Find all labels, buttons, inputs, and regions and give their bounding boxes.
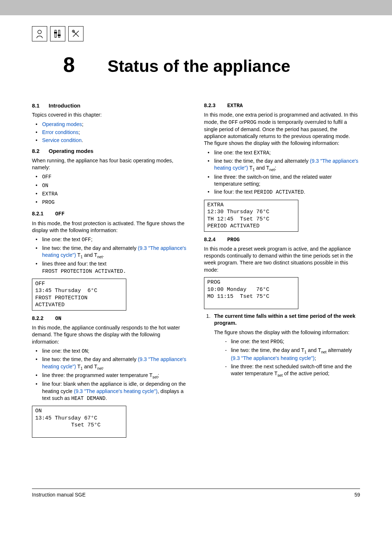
link-operating-modes[interactable]: Operating modes;: [32, 121, 188, 128]
off-bullets: line one: the text OFF; line two: the ti…: [32, 236, 188, 275]
mode-off: OFF: [32, 173, 188, 181]
mode-prog: PROG: [32, 199, 188, 206]
extra-intro: In this mode, one extra period is progra…: [204, 112, 360, 147]
svg-rect-3: [54, 32, 57, 33]
icon-row: [32, 26, 360, 41]
chapter-number: 8: [32, 52, 75, 77]
modes-list: OFF ON EXTRA PROG: [32, 173, 188, 206]
left-column: 8.1Introduction Topics covered in this c…: [32, 102, 188, 441]
svg-rect-4: [58, 35, 61, 36]
topic-list: Operating modes; Error conditions; Servi…: [32, 121, 188, 144]
mode-extra: EXTRA: [32, 190, 188, 198]
page: 8 Status of the appliance 8.1Introductio…: [0, 15, 392, 512]
user-icon: [32, 26, 47, 41]
section-8-2-1: 8.2.1OFF: [32, 210, 188, 218]
situation-1-desc: The figure shows the display with the fo…: [214, 329, 360, 336]
link-heating-cycle[interactable]: (9.3 "The appliance's heating cycle"): [74, 388, 158, 394]
prog-situation-list: 1.The current time falls within a set ti…: [204, 313, 360, 378]
section-8-2-4: 8.2.4PROG: [204, 236, 360, 243]
intro-text: Topics covered in this chapter:: [32, 112, 188, 118]
chapter-heading: 8 Status of the appliance: [32, 52, 360, 77]
lcd-prog: PROG 10:00 Monday 76°C MO 11:15 Tset 75°…: [204, 277, 298, 309]
section-8-2: 8.2Operating modes: [32, 147, 188, 155]
settings-icon: [50, 26, 65, 41]
link-error-conditions[interactable]: Error conditions;: [32, 129, 188, 136]
svg-rect-1: [55, 30, 56, 37]
modes-intro: When running, the appliance has four bas…: [32, 157, 188, 171]
tools-icon: [68, 26, 83, 41]
situation-1-bullets: line one: the text PROG; line two: the t…: [221, 338, 360, 378]
lcd-on: ON 13:45 Thursday 67°C Tset 75°C: [32, 406, 126, 438]
situation-1-title: The current time falls within a set time…: [214, 313, 355, 326]
svg-rect-2: [58, 30, 60, 37]
section-8-2-3: 8.2.3EXTRA: [204, 102, 360, 109]
page-number: 59: [354, 492, 360, 498]
off-intro: In this mode, the frost protection is ac…: [32, 220, 188, 234]
on-bullets: line one: the text ON; line two: the tim…: [32, 348, 188, 402]
right-column: 8.2.3EXTRA In this mode, one extra perio…: [204, 102, 360, 441]
footer: Instruction manual SGE 59: [32, 489, 360, 498]
link-service-condition[interactable]: Service condition.: [32, 137, 188, 144]
link-heating-cycle[interactable]: (9.3 "The appliance's heating cycle"): [231, 355, 315, 361]
section-8-2-2: 8.2.2ON: [32, 315, 188, 322]
header-bar: [0, 0, 392, 15]
lcd-extra: EXTRA 12:30 Thursday 76°C TH 12:45 Tset …: [204, 200, 298, 232]
footer-title: Instruction manual SGE: [32, 492, 86, 498]
prog-intro: In this mode a preset week program is ac…: [204, 246, 360, 274]
svg-point-0: [38, 30, 41, 34]
on-intro: In this mode, the appliance continually …: [32, 324, 188, 345]
mode-on: ON: [32, 182, 188, 189]
extra-bullets: line one: the text EXTRA; line two: the …: [204, 149, 360, 196]
chapter-title: Status of the appliance: [107, 57, 290, 76]
lcd-off: OFF 13:45 Thursday 6°C FROST PROTECTION …: [32, 279, 126, 311]
section-8-1: 8.1Introduction: [32, 102, 188, 109]
